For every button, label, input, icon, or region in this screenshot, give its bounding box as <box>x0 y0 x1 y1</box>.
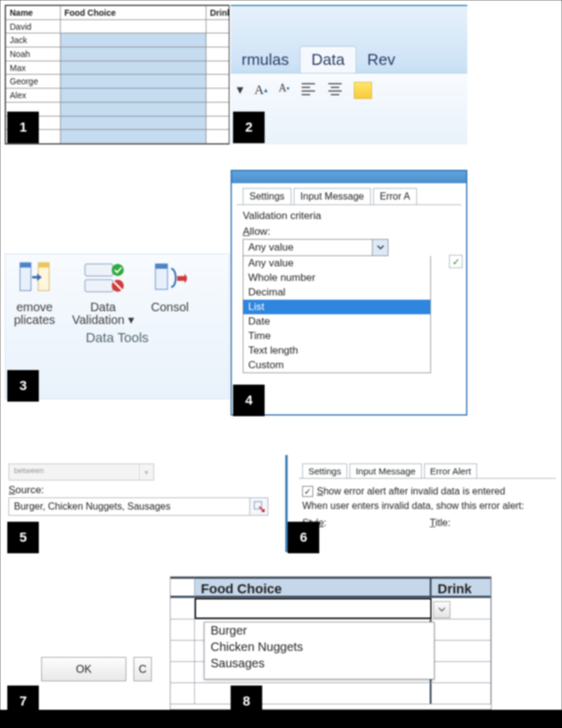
title-label: Title: <box>430 517 450 528</box>
cell-food[interactable] <box>61 33 206 47</box>
svg-rect-13 <box>85 280 113 292</box>
allow-dropdown-list[interactable]: Any value Whole number Decimal List Date… <box>243 256 431 373</box>
show-error-label: Show error alert after invalid data is e… <box>317 486 505 497</box>
col-drink: Drink C <box>432 577 491 598</box>
allow-option[interactable]: Any value <box>243 256 430 271</box>
allow-option[interactable]: Time <box>243 329 430 343</box>
list-item[interactable]: Sausages <box>205 655 434 672</box>
step-badge: 5 <box>7 522 39 553</box>
cell-name[interactable]: Alex <box>6 89 61 103</box>
cell-food[interactable] <box>61 89 206 103</box>
svg-rect-9 <box>20 263 31 268</box>
tab-formulas[interactable]: rmulas <box>231 47 300 73</box>
range-selector-button[interactable] <box>250 497 268 516</box>
cell-name[interactable]: Max <box>6 61 61 75</box>
source-input[interactable]: Burger, Chicken Nuggets, Sausages <box>8 497 250 516</box>
error-prompt-label: When user enters invalid data, show this… <box>302 500 556 511</box>
list-item[interactable]: Chicken Nuggets <box>205 639 434 655</box>
step-badge: 2 <box>233 112 265 143</box>
allow-option[interactable]: List <box>243 300 430 314</box>
align-left-icon[interactable] <box>300 82 316 95</box>
cell-name[interactable]: Jack <box>6 33 61 47</box>
dialog-title-bar[interactable] <box>232 171 466 183</box>
step-badge: 6 <box>288 522 319 553</box>
panel-error-alert: Settings Input Message Error Alert ✓ Sho… <box>285 455 562 552</box>
allow-option[interactable]: Date <box>243 314 430 329</box>
excel-table: Name Food Choice Drink David Jack Noah M… <box>5 5 229 144</box>
svg-rect-11 <box>38 263 49 268</box>
svg-rect-12 <box>85 264 113 276</box>
data-dropdown: between ▾ <box>8 463 154 480</box>
allow-option[interactable]: Text length <box>243 343 430 358</box>
col-name: Name <box>6 6 61 20</box>
step-badge: 3 <box>7 370 39 402</box>
cell-name[interactable]: Noah <box>6 47 61 61</box>
col-drink: Drink <box>206 6 230 20</box>
cell-food[interactable] <box>61 61 206 75</box>
svg-point-14 <box>112 264 124 276</box>
tab-data[interactable]: Data <box>300 46 356 73</box>
highlight-icon[interactable] <box>354 82 372 99</box>
ribbon-group-label: Data Tools <box>5 330 229 346</box>
tab-error-alert[interactable]: Error Alert <box>424 463 478 478</box>
tab-review[interactable]: Rev <box>356 47 406 73</box>
svg-rect-18 <box>155 264 168 269</box>
panel-source: between ▾ Source: Burger, Chicken Nugget… <box>5 461 272 534</box>
tab-input-message[interactable]: Input Message <box>350 463 421 478</box>
allow-dropdown[interactable]: Any value <box>243 239 388 256</box>
align-center-icon[interactable] <box>327 82 343 95</box>
ignore-blank-checkbox[interactable]: ✓ <box>449 255 462 268</box>
cancel-button[interactable]: C <box>134 657 152 681</box>
data-value: between <box>9 464 139 480</box>
validation-criteria-label: Validation criteria <box>243 210 455 222</box>
allow-option[interactable]: Decimal <box>243 285 430 300</box>
tab-error-alert[interactable]: Error A <box>373 188 417 204</box>
data-validation-button[interactable]: DataValidation ▾ <box>72 260 134 326</box>
chevron-down-icon: ▾ <box>139 464 154 480</box>
remove-duplicates-button[interactable]: emoveplicates <box>14 260 55 326</box>
allow-option[interactable]: Whole number <box>243 271 430 285</box>
step-badge: 4 <box>233 385 265 416</box>
cell-food[interactable] <box>61 75 206 89</box>
bottom-strip <box>0 710 562 728</box>
decrease-font-icon[interactable]: A▾ <box>279 82 289 95</box>
cell-name[interactable]: David <box>6 19 61 33</box>
active-cell[interactable] <box>195 598 432 619</box>
ok-button[interactable]: OK <box>41 657 126 681</box>
cell-name[interactable]: George <box>6 75 61 89</box>
dropdown-arrow-icon[interactable]: ▾ <box>237 82 243 98</box>
cell-food[interactable] <box>61 47 206 61</box>
tab-settings[interactable]: Settings <box>302 463 347 478</box>
cell-dropdown-button[interactable] <box>433 601 450 618</box>
dropdown-arrow-icon: ▾ <box>128 313 134 326</box>
col-food: Food Choice <box>195 577 432 598</box>
panel-result-dropdown: Food Choice Drink C Burger Chicken Nugge… <box>170 576 492 710</box>
panel-data-validation-dialog: Settings Input Message Error A Validatio… <box>231 170 467 416</box>
allow-value: Any value <box>243 240 372 255</box>
cell-food[interactable] <box>61 19 206 33</box>
col-food: Food Choice <box>61 6 206 20</box>
validation-dropdown-list[interactable]: Burger Chicken Nuggets Sausages <box>204 622 435 679</box>
allow-option[interactable]: Custom <box>243 358 430 372</box>
list-item[interactable]: Burger <box>205 622 434 639</box>
tab-input-message[interactable]: Input Message <box>294 188 371 204</box>
tab-settings[interactable]: Settings <box>243 188 291 204</box>
increase-font-icon[interactable]: A▴ <box>254 82 268 98</box>
show-error-checkbox[interactable]: ✓ <box>302 486 313 497</box>
panel-ribbon-tabs: rmulas Data Rev ▾ A▴ A▾ <box>231 5 467 144</box>
chevron-down-icon[interactable] <box>372 240 388 255</box>
consolidate-button[interactable]: Consol <box>151 260 189 326</box>
step-badge: 1 <box>7 112 39 143</box>
